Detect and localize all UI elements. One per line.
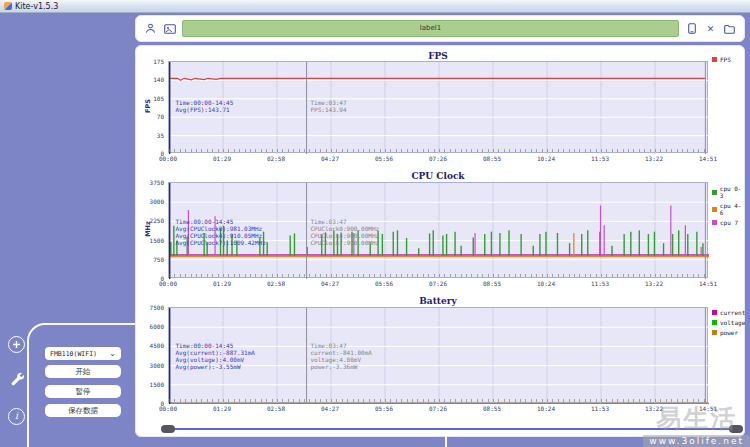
x-tick-label: 05:56	[367, 280, 401, 287]
device-select-value: FMB110(WIFI)	[50, 350, 109, 358]
legend-label: cpu 7	[720, 219, 738, 226]
plot-area[interactable]: Time:00:00-14:45 Avg(current):-887.31mA …	[168, 307, 708, 403]
chart-title: Battery	[168, 296, 708, 306]
y-tick-label: 4500	[138, 342, 164, 349]
chart-canvas	[169, 183, 709, 279]
x-tick-label: 04:27	[313, 155, 347, 162]
plus-icon	[12, 340, 21, 349]
range-handle-end[interactable]	[729, 425, 743, 433]
x-tick-label: 08:55	[475, 405, 509, 412]
x-tick-label: 01:29	[205, 405, 239, 412]
x-tick-label: 04:27	[313, 280, 347, 287]
legend-swatch	[712, 190, 717, 195]
y-tick-label: 1500	[138, 237, 164, 244]
x-tick-label: 07:26	[421, 280, 455, 287]
x-tick-label: 13:22	[637, 155, 671, 162]
x-tick-label: 02:58	[259, 280, 293, 287]
x-tick-label: 13:22	[637, 280, 671, 287]
folder-icon[interactable]	[723, 22, 736, 35]
legend-swatch	[712, 320, 717, 325]
chart-legend: currentvoltagepower	[712, 309, 745, 336]
range-handle-start[interactable]	[161, 425, 175, 433]
legend-item: cpu 7	[712, 219, 744, 226]
chart-legend: cpu 0-3cpu 4-6cpu 7	[712, 185, 744, 226]
x-tick-label: 10:24	[529, 280, 563, 287]
top-toolbar: label1 ✕	[135, 15, 745, 42]
legend-item: current	[712, 309, 745, 316]
x-tick-label: 07:26	[421, 405, 455, 412]
chart-canvas	[169, 308, 709, 404]
y-tick-label: 2250	[138, 217, 164, 224]
y-tick-label: 7500	[138, 304, 164, 311]
user-icon[interactable]	[144, 22, 157, 35]
legend-label: FPS	[720, 56, 731, 63]
legend-swatch	[712, 57, 717, 62]
legend-swatch	[712, 310, 717, 315]
x-tick-label: 02:58	[259, 155, 293, 162]
window-title: Kite-v1.5.3	[15, 0, 58, 13]
legend-swatch	[712, 207, 717, 212]
legend-swatch	[712, 220, 717, 225]
x-tick-label: 05:56	[367, 405, 401, 412]
y-tick-label: 0	[138, 400, 164, 407]
chart-canvas	[169, 62, 709, 154]
x-tick-label: 10:24	[529, 155, 563, 162]
settings-wrench-button[interactable]	[8, 370, 25, 387]
chevron-down-icon: ⌄	[109, 351, 116, 357]
wrench-icon	[9, 371, 24, 386]
x-tick-label: 05:56	[367, 155, 401, 162]
y-tick-label: 750	[138, 256, 164, 263]
legend-label: voltage	[720, 319, 745, 326]
legend-label: cpu 0-3	[720, 185, 744, 199]
x-tick-label: 14:51	[691, 155, 725, 162]
add-button[interactable]	[8, 336, 25, 353]
x-tick-label: 01:29	[205, 280, 239, 287]
legend-item: FPS	[712, 56, 731, 63]
x-tick-label: 00:00	[151, 155, 185, 162]
chart-title: FPS	[168, 51, 708, 61]
pause-button[interactable]: 暂停	[45, 385, 121, 398]
legend-label: current	[720, 309, 745, 316]
label-input[interactable]: label1	[182, 20, 679, 37]
save-data-button[interactable]: 保存数据	[45, 404, 121, 417]
x-minor-ticks	[169, 399, 707, 402]
info-button[interactable]: i	[8, 408, 25, 425]
start-button[interactable]: 开始	[45, 365, 121, 378]
y-axis-label: FPS	[144, 86, 152, 126]
x-tick-label: 11:53	[583, 405, 617, 412]
y-tick-label: 70	[138, 113, 164, 120]
legend-label: cpu 4-6	[720, 202, 744, 216]
x-tick-label: 01:29	[205, 155, 239, 162]
x-tick-label: 14:51	[691, 405, 725, 412]
plot-area[interactable]: Time:00:00-14:45 Avg(CPUClock0):981.03MH…	[168, 182, 708, 278]
device-select[interactable]: FMB110(WIFI) ⌄	[45, 347, 121, 360]
legend-label: power	[720, 329, 738, 336]
plot-area[interactable]: Time:00:00-14:45 Avg(FPS):143.71Time:03:…	[168, 61, 708, 153]
x-tick-label: 14:51	[691, 280, 725, 287]
y-tick-label: 6000	[138, 323, 164, 330]
x-minor-ticks	[169, 274, 707, 277]
y-tick-label: 1500	[138, 381, 164, 388]
x-tick-label: 07:26	[421, 155, 455, 162]
y-tick-label: 105	[138, 95, 164, 102]
y-tick-label: 140	[138, 76, 164, 83]
range-slider-track	[165, 428, 739, 430]
device-icon[interactable]	[685, 22, 698, 35]
cut-icon[interactable]: ✕	[704, 22, 717, 35]
image-icon[interactable]	[163, 22, 176, 35]
time-range-slider	[161, 424, 743, 433]
y-tick-label: 0	[138, 150, 164, 157]
charts-panel: FPSFPS17514010570350Time:00:00-14:45 Avg…	[135, 45, 745, 437]
legend-swatch	[712, 330, 717, 335]
y-tick-label: 3000	[138, 362, 164, 369]
x-tick-label: 10:24	[529, 405, 563, 412]
x-tick-label: 00:00	[151, 280, 185, 287]
y-axis-label: MHz	[144, 209, 152, 249]
y-tick-label: 35	[138, 132, 164, 139]
x-tick-label: 00:00	[151, 405, 185, 412]
y-tick-label: 0	[138, 275, 164, 282]
x-tick-label: 08:55	[475, 280, 509, 287]
chart-title: CPU Clock	[168, 171, 708, 181]
legend-item: power	[712, 329, 745, 336]
window-titlebar: Kite-v1.5.3	[0, 0, 750, 13]
